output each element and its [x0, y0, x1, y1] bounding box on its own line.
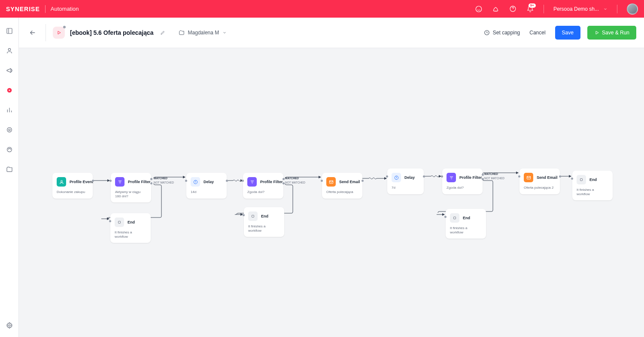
sidebar-settings-icon[interactable] [6, 322, 13, 329]
port-in[interactable] [109, 180, 112, 182]
filter-icon [447, 173, 456, 182]
port-not-matched[interactable] [150, 182, 152, 184]
port-out[interactable] [361, 180, 364, 182]
port-out[interactable] [226, 180, 228, 182]
port-in[interactable] [243, 214, 245, 216]
port-out[interactable] [559, 175, 561, 178]
svg-point-7 [7, 147, 12, 152]
node-send-email-2[interactable]: Send Email Oferta polecająca 2 [519, 168, 560, 194]
play-icon [56, 30, 61, 35]
node-title: Delay [204, 180, 214, 184]
stop-icon [577, 175, 586, 184]
node-subtitle: Zgoda doi? [247, 190, 278, 194]
sidebar-profile-icon[interactable] [6, 47, 13, 55]
filter-icon [247, 177, 257, 187]
port-in[interactable] [321, 180, 323, 182]
port-out[interactable] [92, 180, 94, 182]
port-in[interactable] [518, 175, 520, 178]
sidebar-target-icon[interactable] [6, 126, 13, 134]
rocket-icon[interactable] [492, 5, 500, 13]
save-run-button[interactable]: Save & Run [587, 26, 636, 40]
port-in[interactable] [185, 180, 187, 182]
node-delay-2[interactable]: Delay 7d [387, 168, 424, 194]
help-icon[interactable] [509, 5, 517, 13]
email-icon [524, 173, 533, 182]
node-end-1[interactable]: End It finishes a workflow [110, 213, 151, 243]
save-button[interactable]: Save [555, 26, 580, 40]
play-icon [594, 30, 599, 35]
logo-divider [45, 5, 46, 13]
node-delay-1[interactable]: Delay 14d [186, 173, 227, 199]
svg-rect-20 [252, 215, 254, 218]
folder-label: Magdalena M [188, 30, 219, 36]
topbar-right: 9+ Persooa Demo sh... [475, 3, 638, 15]
sidebar [0, 18, 19, 337]
set-capping-button[interactable]: Set capping [484, 30, 520, 36]
node-end-3[interactable]: End It finishes a workflow [446, 209, 486, 239]
page-title: [ebook] 5.6 Oferta polecająca [70, 29, 154, 36]
workflow-canvas[interactable]: Profile Event Dokonanie zakupu Profile F… [19, 48, 644, 337]
node-subtitle: Zgoda doi? [447, 186, 477, 190]
sidebar-ai-icon[interactable] [6, 146, 13, 153]
port-matched[interactable] [283, 178, 285, 180]
save-run-label: Save & Run [602, 30, 629, 36]
clock-icon [484, 30, 490, 36]
node-title: End [463, 216, 470, 220]
node-profile-filter-1[interactable]: Profile Filter Aktywny w ciągu 180 dni? [111, 173, 151, 202]
node-title: Send Email [339, 180, 360, 184]
svg-point-5 [7, 128, 12, 132]
port-in[interactable] [571, 178, 573, 180]
port-in[interactable] [109, 220, 111, 222]
sidebar-assets-icon[interactable] [6, 165, 13, 173]
account-name-label: Persooa Demo sh... [553, 6, 599, 12]
set-capping-label: Set capping [493, 30, 520, 36]
email-icon [326, 177, 336, 187]
node-title: Profile Filter [459, 175, 482, 180]
port-in[interactable] [242, 180, 244, 182]
port-not-matched[interactable] [283, 182, 285, 184]
sidebar-automation-icon[interactable] [6, 86, 13, 94]
node-subtitle: It finishes a workflow [115, 230, 146, 239]
branch-labels-1: MATCHED NOT MATCHED [154, 176, 174, 185]
port-matched[interactable] [482, 174, 484, 176]
support-icon[interactable] [475, 5, 483, 13]
separator [46, 24, 46, 41]
edit-title-button[interactable] [158, 28, 167, 37]
svg-rect-2 [7, 28, 12, 34]
pencil-icon [160, 30, 165, 35]
port-matched[interactable] [150, 178, 152, 180]
node-title: Delay [404, 175, 415, 180]
port-out[interactable] [423, 175, 425, 178]
port-in[interactable] [386, 175, 388, 178]
node-end-4[interactable]: End It finishes a workflow [572, 171, 613, 200]
clock-icon [392, 173, 401, 182]
node-profile-event[interactable]: Profile Event Dokonanie zakupu [52, 173, 93, 199]
back-button[interactable] [27, 27, 39, 39]
node-subtitle: Oferta polecająca [326, 190, 357, 194]
node-end-2[interactable]: End It finishes a workflow [244, 207, 284, 237]
account-menu[interactable]: Persooa Demo sh... [553, 6, 608, 12]
sidebar-announce-icon[interactable] [6, 67, 13, 74]
folder-selector[interactable]: Magdalena M [179, 30, 227, 36]
svg-point-6 [9, 129, 10, 131]
cancel-button[interactable]: Cancel [527, 26, 548, 39]
node-subtitle: Dokonanie zakupu [57, 190, 88, 194]
node-profile-filter-3[interactable]: Profile Filter Zgoda doi? [442, 168, 483, 194]
notifications-icon[interactable]: 9+ [526, 5, 534, 13]
node-title: Profile Filter [260, 180, 283, 184]
chevron-down-icon [222, 31, 227, 35]
sidebar-analytics-icon[interactable] [6, 106, 13, 114]
sidebar-layout-icon[interactable] [6, 27, 13, 35]
avatar[interactable] [627, 3, 638, 15]
profile-event-icon [57, 177, 66, 187]
port-not-matched[interactable] [482, 178, 484, 180]
logo: synerise [6, 6, 40, 12]
port-in[interactable] [444, 216, 447, 218]
module-name: Automation [51, 6, 79, 12]
node-països-filter-2[interactable]: Profile Filter Zgoda doi? [243, 173, 283, 199]
node-subtitle: Oferta polecająca 2 [524, 186, 555, 190]
header-actions: Set capping Cancel Save Save & Run [484, 26, 636, 40]
folder-icon [179, 30, 185, 36]
node-send-email-1[interactable]: Send Email Oferta polecająca [322, 173, 362, 199]
port-in[interactable] [441, 175, 443, 178]
